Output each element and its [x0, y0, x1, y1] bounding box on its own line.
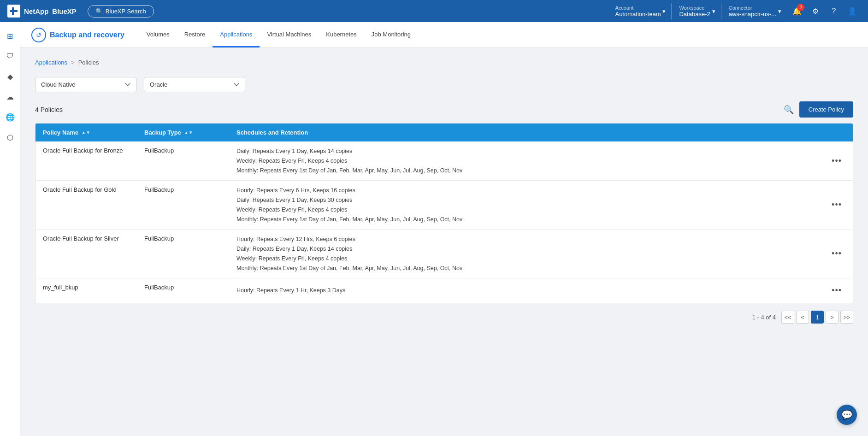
bluexp-search-button[interactable]: 🔍 BlueXP Search — [88, 5, 154, 18]
subnav-title: Backup and recovery — [50, 31, 124, 39]
brand-logo[interactable]: NetApp BlueXP — [7, 5, 77, 18]
account-value: Automation-team — [615, 11, 661, 18]
sidebar-item-security[interactable]: 🛡 — [2, 48, 18, 65]
th-schedules: Schedules and Retention — [229, 124, 825, 141]
tab-restore[interactable]: Restore — [177, 22, 213, 47]
pagination: 1 - 4 of 4 << < 1 > >> — [35, 311, 853, 324]
td-backup-type-1: FullBackup — [137, 141, 229, 180]
account-label: Account — [615, 5, 661, 11]
workspace-value: Database-2 — [679, 11, 710, 18]
td-policy-name-1: Oracle Full Backup for Bronze — [35, 141, 137, 180]
row-more-button-1[interactable]: ••• — [828, 154, 845, 168]
settings-button[interactable]: ⚙ — [807, 3, 824, 19]
schedule-line: Daily: Repeats Every 1 Day, Keeps 14 cop… — [236, 147, 352, 156]
subnav-logo-icon: ↺ — [31, 28, 46, 42]
table-row: Oracle Full Backup for Gold FullBackup H… — [35, 181, 853, 230]
subnav-brand: ↺ Backup and recovery — [31, 28, 124, 42]
row-more-button-3[interactable]: ••• — [828, 247, 845, 260]
connector-label: Connector — [729, 5, 776, 11]
connector-value: aws-snapctr-us-... — [729, 11, 776, 18]
th-backup-type: Backup Type ▲▼ — [137, 124, 229, 141]
pagination-last-button[interactable]: >> — [840, 311, 853, 324]
schedule-line: Monthly: Repeats Every 1st Day of Jan, F… — [236, 264, 462, 273]
breadcrumb-current: Policies — [78, 59, 99, 66]
td-actions-1: ••• — [825, 141, 853, 180]
td-schedules-4: Hourly: Repeats Every 1 Hr, Keeps 3 Days — [229, 278, 825, 303]
schedule-line: Monthly: Repeats Every 1st Day of Jan, F… — [236, 215, 462, 224]
user-button[interactable]: 👤 — [844, 3, 861, 19]
search-icon: 🔍 — [95, 8, 103, 15]
table-row: Oracle Full Backup for Silver FullBackup… — [35, 230, 853, 278]
workspace-label: Workspace — [679, 5, 710, 11]
notifications-button[interactable]: 🔔 2 — [789, 3, 805, 19]
chat-button[interactable]: 💬 — [837, 405, 857, 425]
table-row: my_full_bkup FullBackup Hourly: Repeats … — [35, 278, 853, 303]
schedule-line: Daily: Repeats Every 1 Day, Keeps 14 cop… — [236, 245, 352, 253]
td-schedules-2: Hourly: Repeats Every 6 Hrs, Keeps 16 co… — [229, 181, 825, 229]
row-more-button-2[interactable]: ••• — [828, 198, 845, 212]
policies-actions: 🔍 Create Policy — [784, 101, 853, 118]
td-policy-name-3: Oracle Full Backup for Silver — [35, 230, 137, 278]
table-search-button[interactable]: 🔍 — [784, 105, 794, 115]
table-row: Oracle Full Backup for Bronze FullBackup… — [35, 141, 853, 181]
pagination-prev-button[interactable]: < — [796, 311, 809, 324]
search-icon: 🔍 — [784, 105, 794, 115]
workspace-section[interactable]: Workspace Database-2 ▾ — [673, 3, 721, 19]
schedule-line: Weekly: Repeats Every Fri, Keeps 4 copie… — [236, 254, 347, 263]
svg-rect-1 — [12, 7, 14, 15]
td-backup-type-2: FullBackup — [137, 181, 229, 229]
table-header: Policy Name ▲▼ Backup Type ▲▼ Schedules … — [35, 124, 853, 141]
tab-volumes[interactable]: Volumes — [139, 22, 177, 47]
th-actions — [825, 124, 853, 141]
bluexp-text: BlueXP — [52, 7, 77, 15]
tab-virtual-machines[interactable]: Virtual Machines — [260, 22, 319, 47]
sidebar-item-network[interactable]: ⬡ — [2, 129, 18, 146]
td-actions-3: ••• — [825, 230, 853, 278]
page-content: Applications > Policies Cloud Native Sna… — [20, 48, 868, 436]
sidebar-item-globe[interactable]: 🌐 — [2, 109, 18, 125]
schedule-line: Weekly: Repeats Every Fri, Keeps 4 copie… — [236, 157, 347, 165]
breadcrumb-applications-link[interactable]: Applications — [35, 59, 67, 66]
policies-count: 4 Policies — [35, 106, 63, 113]
schedule-line: Monthly: Repeats Every 1st Day of Jan, F… — [236, 166, 462, 175]
breadcrumb: Applications > Policies — [35, 59, 853, 66]
connector-section[interactable]: Connector aws-snapctr-us-... ▾ — [723, 3, 787, 19]
tab-job-monitoring[interactable]: Job Monitoring — [364, 22, 418, 47]
td-policy-name-2: Oracle Full Backup for Gold — [35, 181, 137, 229]
pagination-page-1[interactable]: 1 — [811, 311, 824, 324]
connector-chevron-icon: ▾ — [778, 8, 781, 15]
pagination-first-button[interactable]: << — [781, 311, 794, 324]
account-chevron-icon: ▾ — [662, 8, 666, 15]
policies-table: Policy Name ▲▼ Backup Type ▲▼ Schedules … — [35, 123, 853, 303]
workspace-chevron-icon: ▾ — [712, 8, 715, 15]
pagination-info: 1 - 4 of 4 — [752, 314, 776, 321]
td-backup-type-4: FullBackup — [137, 278, 229, 303]
subnav-tabs: Volumes Restore Applications Virtual Mac… — [139, 22, 418, 47]
help-button[interactable]: ? — [826, 3, 842, 19]
top-nav-right: Account Automation-team ▾ Workspace Data… — [609, 3, 861, 19]
sub-navigation: ↺ Backup and recovery Volumes Restore Ap… — [20, 22, 868, 48]
td-actions-2: ••• — [825, 181, 853, 229]
type-filter-select[interactable]: Cloud Native SnapCenter — [35, 77, 136, 92]
db-filter-select[interactable]: Oracle SQL SAP HANA — [144, 77, 245, 92]
schedule-line: Daily: Repeats Every 1 Day, Keeps 30 cop… — [236, 196, 352, 205]
td-schedules-3: Hourly: Repeats Every 12 Hrs, Keeps 6 co… — [229, 230, 825, 278]
sidebar-item-cloud[interactable]: ☁ — [2, 88, 18, 105]
td-backup-type-3: FullBackup — [137, 230, 229, 278]
tab-kubernetes[interactable]: Kubernetes — [319, 22, 364, 47]
main-wrapper: ↺ Backup and recovery Volumes Restore Ap… — [20, 22, 868, 436]
row-more-button-4[interactable]: ••• — [828, 284, 845, 297]
left-sidebar: ⊞ 🛡 ◆ ☁ 🌐 ⬡ — [0, 22, 20, 436]
td-actions-4: ••• — [825, 278, 853, 303]
pagination-next-button[interactable]: > — [826, 311, 838, 324]
tab-applications[interactable]: Applications — [213, 22, 260, 47]
create-policy-button[interactable]: Create Policy — [799, 101, 853, 118]
account-section[interactable]: Account Automation-team ▾ — [609, 3, 672, 19]
breadcrumb-separator: > — [71, 59, 75, 66]
sidebar-item-home[interactable]: ⊞ — [2, 28, 18, 44]
netapp-logo — [7, 5, 20, 18]
sidebar-item-protection[interactable]: ◆ — [2, 68, 18, 85]
sort-icon-backup: ▲▼ — [184, 130, 193, 135]
schedule-line: Hourly: Repeats Every 12 Hrs, Keeps 6 co… — [236, 235, 355, 244]
netapp-text: NetApp — [24, 7, 48, 15]
